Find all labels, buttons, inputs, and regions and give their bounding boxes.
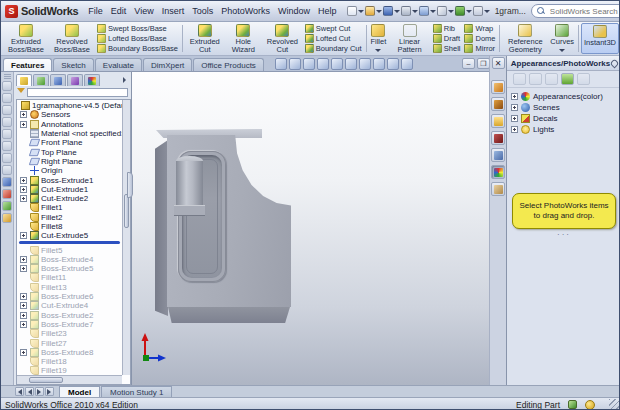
tree-item-fillet11[interactable]: Fillet11 — [17, 273, 122, 282]
first-tab-button[interactable] — [15, 387, 24, 396]
dimxpertmanager-tab[interactable] — [67, 74, 83, 86]
expand-plus-icon[interactable] — [511, 93, 518, 100]
custom-properties-tab[interactable] — [491, 182, 505, 196]
menu-view[interactable]: View — [130, 1, 157, 21]
expand-plus-icon[interactable] — [20, 111, 27, 118]
tree-item-fillet23[interactable]: Fillet23 — [17, 329, 122, 338]
tool-button-5[interactable] — [2, 129, 12, 139]
propertymanager-tab[interactable] — [33, 74, 49, 86]
panel-splitter-dots[interactable]: ··· — [507, 231, 620, 239]
doc-minimize-button[interactable]: – — [462, 58, 475, 69]
tab-motion-study-1[interactable]: Motion Study 1 — [101, 386, 172, 397]
viewport-layout-button-2[interactable] — [2, 189, 12, 199]
tree-item-fillet5[interactable]: Fillet5 — [17, 245, 122, 254]
previous-tab-button[interactable] — [25, 387, 34, 396]
swept-boss-base-button[interactable]: Swept Boss/Base — [97, 24, 178, 34]
vertical-scroll-thumb[interactable] — [124, 194, 129, 228]
menu-photoworks[interactable]: PhotoWorks — [217, 1, 274, 21]
new-file-icon[interactable] — [347, 4, 364, 19]
quick-tips-icon[interactable] — [568, 400, 577, 409]
panel-splitter-handle[interactable] — [127, 172, 133, 198]
filter-input[interactable] — [27, 88, 128, 97]
dropdown-caret-icon[interactable] — [412, 10, 418, 16]
expand-plus-icon[interactable] — [20, 321, 27, 328]
tree-item-boss-extrude6[interactable]: Boss-Extrude6 — [17, 292, 122, 301]
dropdown-caret-icon[interactable] — [375, 49, 381, 55]
feature-tree-root[interactable]: 1gramaphone-v4.5 (Default<< — [17, 101, 122, 110]
graphics-viewport[interactable] — [131, 72, 489, 385]
tree-item-cut-extrude1[interactable]: Cut-Extrude1 — [17, 185, 122, 194]
expand-plus-icon[interactable] — [20, 121, 27, 128]
tree-item-right-plane[interactable]: Right Plane — [17, 157, 122, 166]
fillet-button[interactable]: Fillet — [368, 23, 388, 54]
tree-item-fillet19[interactable]: Fillet19 — [17, 366, 122, 375]
pw-item-lights[interactable]: Lights — [511, 124, 619, 135]
tree-item-origin[interactable]: Origin — [17, 166, 122, 175]
tree-item-top-plane[interactable]: Top Plane — [17, 147, 122, 156]
expand-plus-icon[interactable] — [20, 293, 27, 300]
reference-geometry-button[interactable]: Reference Geometry — [502, 23, 548, 54]
display-style-icon[interactable] — [345, 58, 357, 70]
tree-item-boss-extrude1[interactable]: Boss-Extrude1 — [17, 175, 122, 184]
open-file-icon[interactable] — [365, 4, 382, 19]
tab-dimxpert[interactable]: DimXpert — [143, 58, 192, 71]
dome-button[interactable]: Dome — [464, 34, 495, 44]
section-view-icon[interactable] — [317, 58, 329, 70]
last-tab-button[interactable] — [45, 387, 54, 396]
print-icon[interactable] — [401, 4, 418, 19]
status-sphere-icon[interactable] — [585, 400, 595, 410]
revolved-boss-base-button[interactable]: Revolved Boss/Base — [49, 23, 95, 54]
tree-item-cut-extrude4[interactable]: Cut-Extrude4 — [17, 301, 122, 310]
tree-item-boss-extrude4[interactable]: Boss-Extrude4 — [17, 255, 122, 264]
revolved-cut-button[interactable]: Revolved Cut — [262, 23, 303, 54]
rollback-bar[interactable] — [19, 241, 120, 244]
tree-item-fillet18[interactable]: Fillet18 — [17, 357, 122, 366]
hole-wizard-button[interactable]: Hole Wizard — [225, 23, 262, 54]
tree-item-boss-extrude7[interactable]: Boss-Extrude7 — [17, 320, 122, 329]
expand-plus-icon[interactable] — [20, 265, 27, 272]
view-palette-tab[interactable] — [491, 148, 505, 162]
menu-insert[interactable]: Insert — [158, 1, 189, 21]
expand-plus-icon[interactable] — [511, 115, 518, 122]
boundary-boss-base-button[interactable]: Boundary Boss/Base — [97, 43, 178, 53]
lofted-cut-button[interactable]: Lofted Cut — [305, 34, 362, 44]
dropdown-caret-icon[interactable] — [559, 49, 565, 55]
extruded-boss-base-button[interactable]: Extruded Boss/Base — [3, 23, 49, 54]
edit-appearance-icon[interactable] — [373, 58, 385, 70]
save-icon[interactable] — [383, 4, 400, 19]
view-orientation-icon[interactable] — [331, 58, 343, 70]
dropdown-caret-icon[interactable] — [448, 10, 454, 16]
feature-tree-vertical-scrollbar[interactable] — [122, 100, 130, 375]
next-tab-button[interactable] — [35, 387, 44, 396]
tree-item-front-plane[interactable]: Front Plane — [17, 138, 122, 147]
mirror-button[interactable]: Mirror — [464, 43, 495, 53]
tree-item-cut-extrude5[interactable]: Cut-Extrude5 — [17, 231, 122, 240]
previous-view-icon[interactable] — [303, 58, 315, 70]
pin-icon[interactable] — [610, 58, 620, 68]
view-settings-icon[interactable] — [401, 58, 413, 70]
apply-scene-icon[interactable] — [387, 58, 399, 70]
expand-plus-icon[interactable] — [20, 312, 27, 319]
horizontal-scroll-thumb[interactable] — [29, 377, 63, 383]
tool-button-6[interactable] — [2, 141, 12, 151]
menu-window[interactable]: Window — [274, 1, 314, 21]
configurationmanager-tab[interactable] — [50, 74, 66, 86]
instant3d-button[interactable]: Instant3D — [581, 23, 619, 54]
search-input[interactable] — [548, 6, 620, 17]
tab-office-products[interactable]: Office Products — [193, 58, 264, 71]
toolbar-grip[interactable] — [4, 74, 11, 79]
viewport-layout-button-4[interactable] — [2, 213, 12, 223]
menu-file[interactable]: File — [84, 1, 107, 21]
draft-button[interactable]: Draft — [433, 34, 461, 44]
task-pane-close-button[interactable]: ✕ — [492, 57, 505, 69]
tree-item-sensors[interactable]: Sensors — [17, 110, 122, 119]
tab-sketch[interactable]: Sketch — [53, 58, 93, 71]
tool-button-7[interactable] — [2, 153, 12, 163]
dropdown-caret-icon[interactable] — [358, 10, 364, 16]
expand-plus-icon[interactable] — [20, 177, 27, 184]
tree-item-fillet2[interactable]: Fillet2 — [17, 213, 122, 222]
swept-cut-button[interactable]: Swept Cut — [305, 24, 362, 34]
boundary-cut-button[interactable]: Boundary Cut — [305, 43, 362, 53]
zoom-area-icon[interactable] — [289, 58, 301, 70]
tree-item-fillet13[interactable]: Fillet13 — [17, 283, 122, 292]
